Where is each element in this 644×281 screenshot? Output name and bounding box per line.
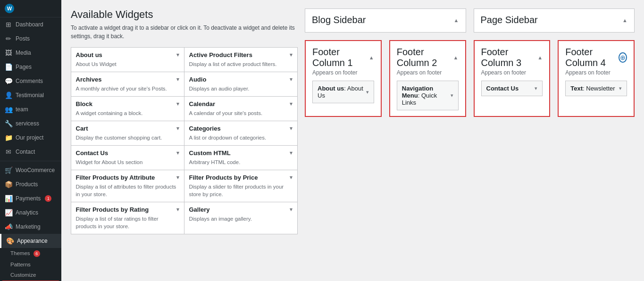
footer-col1-collapse[interactable]: ▲ bbox=[369, 55, 374, 60]
wp-icon: W bbox=[5, 4, 14, 13]
sidebar-item-ourproject[interactable]: 📁 Our project bbox=[0, 131, 61, 145]
sidebar-item-contact[interactable]: ✉ Contact bbox=[0, 145, 61, 159]
widget-expand-chevron[interactable]: ▾ bbox=[176, 101, 179, 107]
sidebar-item-marketing[interactable]: 📣 Marketing bbox=[0, 220, 61, 234]
widget-custom-html[interactable]: Custom HTML ▾ Arbitrary HTML code. bbox=[184, 145, 298, 170]
page-sidebar-title: Page Sidebar ▲ bbox=[481, 15, 628, 25]
sidebar-sub-patterns[interactable]: Patterns bbox=[0, 259, 61, 270]
widget-archives[interactable]: Archives ▾ A monthly archive of your sit… bbox=[71, 72, 184, 97]
widget-contact-us[interactable]: Contact Us ▾ Widget for About Us section bbox=[71, 145, 184, 170]
footer-col3-appears: Appears on footer bbox=[481, 69, 543, 76]
footer-col1-appears: Appears on footer bbox=[312, 69, 374, 76]
sidebar-item-label: Analytics bbox=[16, 209, 38, 216]
sidebar-item-woocommerce[interactable]: 🛒 WooCommerce bbox=[0, 163, 61, 177]
widget-placed-chevron[interactable]: ▾ bbox=[535, 85, 537, 91]
sidebar-item-media[interactable]: 🖼 Media bbox=[0, 46, 61, 60]
sidebar-item-payments[interactable]: 📊 Payments 1 bbox=[0, 191, 61, 206]
widget-expand-chevron[interactable]: ▾ bbox=[290, 52, 293, 58]
widget-cart[interactable]: Cart ▾ Display the customer shopping car… bbox=[71, 121, 184, 146]
widgets-grid: About us ▾ About Us Widget Active Produc… bbox=[71, 47, 297, 234]
widget-expand-chevron[interactable]: ▾ bbox=[290, 174, 293, 181]
footer-col1-widget[interactable]: About us: About Us ▾ bbox=[312, 81, 374, 103]
sidebar-item-products[interactable]: 📦 Products bbox=[0, 177, 61, 191]
sidebar-item-pages[interactable]: 📄 Pages bbox=[0, 60, 61, 74]
widget-desc: Display a slider to filter products in y… bbox=[189, 183, 293, 198]
widget-expand-chevron[interactable]: ▾ bbox=[176, 150, 179, 156]
sidebar-item-appearance[interactable]: 🎨 Appearance bbox=[0, 234, 61, 248]
available-widgets-panel: Available Widgets To activate a widget d… bbox=[71, 8, 297, 273]
widget-expand-chevron[interactable]: ▾ bbox=[176, 52, 179, 58]
widget-expand-chevron[interactable]: ▾ bbox=[290, 125, 293, 132]
footer-col4-add-btn[interactable]: ⊕ bbox=[619, 52, 627, 63]
analytics-icon: 📈 bbox=[5, 209, 12, 216]
widget-gallery[interactable]: Gallery ▾ Displays an image gallery. bbox=[184, 202, 298, 234]
sidebar-sub-customize[interactable]: Customize bbox=[0, 270, 61, 280]
widget-name: Audio bbox=[189, 76, 207, 83]
widget-audio[interactable]: Audio ▾ Displays an audio player. bbox=[184, 72, 298, 97]
widget-categories[interactable]: Categories ▾ A list or dropdown of categ… bbox=[184, 121, 298, 146]
widget-block[interactable]: Block ▾ A widget containing a block. bbox=[71, 96, 184, 121]
widget-filter-products-price[interactable]: Filter Products by Price ▾ Display a sli… bbox=[184, 170, 298, 202]
sidebar-item-label: Posts bbox=[16, 35, 30, 42]
sidebar-item-comments[interactable]: 💬 Comments bbox=[0, 74, 61, 88]
widget-expand-chevron[interactable]: ▾ bbox=[290, 207, 293, 213]
sidebar-item-label: Our project bbox=[16, 134, 43, 141]
sidebar-item-label: WooCommerce bbox=[16, 167, 55, 174]
project-icon: 📁 bbox=[5, 134, 12, 141]
widget-active-product-filters[interactable]: Active Product Filters ▾ Display a list … bbox=[184, 47, 298, 72]
widget-placed-chevron[interactable]: ▾ bbox=[366, 89, 369, 95]
footer-col2-widget[interactable]: Navigation Menu: Quick Links ▾ bbox=[397, 81, 459, 110]
footer-col2-collapse[interactable]: ▲ bbox=[453, 55, 459, 60]
sidebar-item-label: Contact bbox=[16, 149, 35, 155]
sidebars-panel: Blog Sidebar ▲ Page Sidebar ▲ Footer Col bbox=[305, 8, 635, 273]
patterns-label: Patterns bbox=[10, 262, 31, 267]
widget-filter-products-rating[interactable]: Filter Products by Rating ▾ Display a li… bbox=[71, 202, 184, 234]
widget-placed-chevron[interactable]: ▾ bbox=[619, 85, 622, 91]
widget-expand-chevron[interactable]: ▾ bbox=[290, 76, 293, 83]
sidebar-item-label: Testimonial bbox=[16, 92, 44, 99]
widget-name: Custom HTML bbox=[189, 149, 231, 157]
widget-name: Block bbox=[76, 100, 92, 107]
contact-icon: ✉ bbox=[5, 148, 12, 156]
sidebar-sub-themes[interactable]: Themes 6 bbox=[0, 248, 61, 259]
sidebar-item-servicess[interactable]: 🔧 servicess bbox=[0, 116, 61, 131]
posts-icon: ✏ bbox=[5, 35, 12, 42]
marketing-icon: 📣 bbox=[5, 223, 12, 231]
sidebar-item-label: Comments bbox=[16, 78, 43, 84]
widget-expand-chevron[interactable]: ▾ bbox=[290, 101, 293, 107]
footer-col1-title: Footer Column 1 ▲ bbox=[312, 47, 374, 68]
sidebar-item-dashboard[interactable]: ⊞ Dashboard bbox=[0, 17, 61, 32]
main-content: Available Widgets To activate a widget d… bbox=[61, 0, 644, 281]
widget-desc: A monthly archive of your site's Posts. bbox=[76, 85, 179, 92]
widget-expand-chevron[interactable]: ▾ bbox=[176, 76, 179, 83]
widget-placed-chevron[interactable]: ▾ bbox=[451, 92, 453, 99]
footer-col-1-area: Footer Column 1 ▲ Appears on footer Abou… bbox=[305, 40, 382, 117]
widget-filter-products-attribute[interactable]: Filter Products by Attribute ▾ Display a… bbox=[71, 170, 184, 202]
widget-placed-label: Text: Newsletter bbox=[570, 85, 615, 92]
widget-expand-chevron[interactable]: ▾ bbox=[176, 207, 179, 213]
widget-expand-chevron[interactable]: ▾ bbox=[176, 125, 179, 132]
payments-icon: 📊 bbox=[5, 195, 12, 202]
widget-desc: Display a list of star ratings to filter… bbox=[76, 215, 179, 230]
footer-col3-widget[interactable]: Contact Us ▾ bbox=[481, 81, 543, 96]
widget-calendar[interactable]: Calendar ▾ A calendar of your site's pos… bbox=[184, 96, 298, 121]
widget-expand-chevron[interactable]: ▾ bbox=[176, 174, 179, 181]
footer-col3-collapse[interactable]: ▲ bbox=[537, 55, 543, 60]
sidebar-item-analytics[interactable]: 📈 Analytics bbox=[0, 206, 61, 220]
blog-sidebar-collapse[interactable]: ▲ bbox=[454, 17, 459, 23]
sidebar-item-label: Marketing bbox=[16, 223, 41, 230]
footer-col4-widget[interactable]: Text: Newsletter ▾ bbox=[565, 81, 627, 96]
widget-name: Categories bbox=[189, 125, 221, 132]
widget-name: Filter Products by Attribute bbox=[76, 174, 155, 181]
widget-expand-chevron[interactable]: ▾ bbox=[290, 150, 293, 156]
themes-label: Themes bbox=[10, 250, 30, 256]
footer-columns: Footer Column 1 ▲ Appears on footer Abou… bbox=[305, 40, 635, 117]
footer-col2-appears: Appears on footer bbox=[397, 69, 459, 76]
sidebar-item-label: Pages bbox=[16, 64, 32, 70]
themes-badge: 6 bbox=[33, 250, 40, 257]
page-sidebar-collapse[interactable]: ▲ bbox=[622, 17, 627, 23]
sidebar-item-team[interactable]: 👥 team bbox=[0, 102, 61, 116]
sidebar-item-posts[interactable]: ✏ Posts bbox=[0, 32, 61, 46]
sidebar-item-testimonial[interactable]: 👤 Testimonial bbox=[0, 88, 61, 102]
widget-about-us[interactable]: About us ▾ About Us Widget bbox=[71, 47, 184, 72]
